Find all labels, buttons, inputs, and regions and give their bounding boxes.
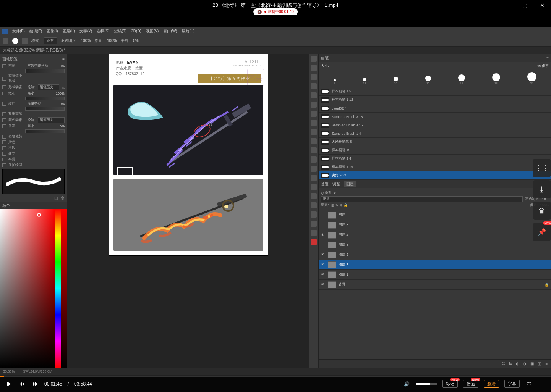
brush-preset-item[interactable]: cloud02 4 — [319, 104, 551, 113]
tool-icon-15[interactable] — [311, 184, 317, 190]
share-button[interactable]: ⋮⋮ — [533, 159, 551, 177]
visibility-icon[interactable]: 👁 — [321, 273, 326, 277]
menu-layer[interactable]: 图层(L) — [63, 29, 75, 34]
layer-item[interactable]: 👁背景🔒 — [319, 280, 551, 290]
visibility-icon[interactable] — [321, 243, 326, 247]
maximize-button[interactable]: ▢ — [516, 0, 533, 11]
visibility-icon[interactable]: 👁 — [321, 233, 326, 237]
quality-button[interactable]: 超清 — [484, 380, 499, 388]
brush-setting-row[interactable]: 建立 — [2, 151, 65, 156]
layer-search[interactable]: Q 类型 — [321, 190, 332, 195]
menu-text[interactable]: 文字(Y) — [79, 29, 92, 34]
minimize-button[interactable]: — — [498, 0, 516, 11]
brush-preset-item[interactable]: 尖角 90 2 — [319, 171, 551, 180]
brush-setting-row[interactable]: 画笔笔尖形状 — [2, 74, 65, 84]
brush-setting-row[interactable]: 纹理流量抖动0% — [2, 101, 65, 106]
layer-item[interactable]: 👁图层 4 — [319, 230, 551, 240]
visibility-icon[interactable] — [321, 213, 326, 218]
color-field[interactable] — [0, 209, 55, 368]
menu-window[interactable]: 窗口(W) — [163, 29, 177, 34]
smooth-value[interactable]: 0% — [133, 39, 138, 43]
brush-delete-icon[interactable]: 🗑 — [61, 196, 65, 200]
layer-item[interactable]: 图层 5 — [319, 240, 551, 250]
fx-icon[interactable]: fx — [509, 361, 512, 366]
brush-setting-row[interactable]: 保护纹理 — [2, 163, 65, 168]
brush-size-dot[interactable]: 8 — [334, 79, 336, 85]
menu-help[interactable]: 帮助(H) — [182, 29, 194, 34]
progress-bar[interactable] — [0, 376, 551, 377]
tool-icon-4[interactable] — [311, 83, 317, 89]
opacity-value[interactable]: 100% — [81, 39, 91, 43]
pip-button[interactable]: ⬚ — [525, 380, 533, 388]
delete-button[interactable]: 🗑 — [533, 202, 551, 220]
brush-size-dot[interactable]: 20 — [425, 76, 431, 85]
menu-filter[interactable]: 滤镜(T) — [114, 29, 127, 34]
tool-icon-10[interactable] — [311, 138, 317, 144]
menu-file[interactable]: 文件(F) — [12, 29, 25, 34]
brush-setting-row[interactable]: 双重画笔 — [2, 111, 65, 116]
brush-size-dot[interactable]: 28 — [492, 73, 500, 85]
tab-channels[interactable]: 通道 — [321, 181, 329, 187]
brush-preset-icon[interactable] — [22, 38, 28, 44]
new-layer-icon[interactable]: ◫ — [538, 361, 541, 366]
tool-icon-18[interactable] — [311, 211, 317, 218]
layer-item[interactable]: 图层 6 — [319, 210, 551, 220]
visibility-icon[interactable]: 👁 — [321, 263, 326, 267]
tool-icon-5[interactable] — [311, 92, 317, 98]
value-slider[interactable] — [61, 209, 67, 368]
next-button[interactable] — [31, 380, 39, 388]
visibility-icon[interactable] — [321, 223, 326, 227]
brush-setting-row[interactable]: 形状动态控制:钢笔压力⚠ — [2, 84, 65, 90]
tool-icon-1[interactable] — [311, 56, 317, 62]
brush-preset-item[interactable]: 样本画笔 2 4 — [319, 155, 551, 163]
tool-icon-2[interactable] — [311, 65, 317, 71]
group-icon[interactable]: ▣ — [530, 361, 534, 366]
pin-button[interactable]: 📌NEW — [533, 223, 551, 241]
brush-preset-item[interactable]: Sampled Brush 1 4 — [319, 129, 551, 138]
speed-button[interactable]: 倍速NEW — [463, 380, 478, 388]
tool-icon-3[interactable] — [311, 74, 317, 80]
brush-preset-item[interactable]: 大米样笔笔 8 — [319, 138, 551, 146]
size-value[interactable]: 46 像素 — [537, 63, 549, 68]
tool-icon-8[interactable] — [311, 120, 317, 126]
brush-new-icon[interactable]: ◫ — [54, 196, 58, 200]
tool-icon-16[interactable] — [311, 193, 317, 199]
volume-button[interactable]: 🔊 — [403, 380, 410, 388]
tool-icon-7[interactable] — [311, 111, 317, 117]
brush-size-dot[interactable]: 16 — [394, 77, 398, 85]
tab-layers[interactable]: 图层 — [344, 181, 356, 187]
tool-icon-17[interactable] — [311, 202, 317, 208]
brush-preset-item[interactable]: 样本画笔 1 12 — [319, 96, 551, 104]
brush-setting-row[interactable]: 散布最小100% — [2, 91, 65, 96]
subtitle-button[interactable]: 字幕 — [504, 380, 520, 388]
visibility-icon[interactable]: 👁 — [321, 253, 326, 257]
tool-icon-14[interactable] — [311, 175, 317, 181]
tool-icon[interactable] — [3, 38, 8, 44]
brush-preset-item[interactable]: 样本画笔 1 5 — [319, 87, 551, 96]
brush-preview-dot[interactable] — [12, 38, 18, 44]
tool-icon-9[interactable] — [311, 129, 317, 135]
menu-image[interactable]: 图像(I) — [47, 29, 58, 34]
tool-icon-19[interactable] — [311, 221, 317, 227]
brush-size-dot[interactable]: 12 — [363, 78, 366, 85]
download-button[interactable]: ⭳ — [533, 180, 551, 198]
panel-menu-icon[interactable]: ≡ — [62, 57, 65, 61]
brush-preset-item[interactable]: 样本画笔 15 — [319, 146, 551, 155]
tool-icon-11[interactable] — [311, 147, 317, 153]
link-layers-icon[interactable]: ⛓ — [501, 361, 505, 366]
menu-3d[interactable]: 3D(D) — [131, 29, 141, 33]
bookmark-button[interactable]: 标记NEW — [442, 380, 458, 388]
fill-adj-icon[interactable]: ◑ — [523, 361, 527, 366]
mask-icon[interactable]: ◐ — [516, 361, 519, 366]
brush-setting-row[interactable]: 画笔不透明度抖动0% — [2, 63, 65, 68]
canvas-area[interactable]: 昵称 EVAN 作业难度 难度一 QQ 457832119 ALIGHT WOR… — [67, 54, 309, 368]
menu-select[interactable]: 选择(S) — [97, 29, 109, 34]
close-button[interactable]: ✕ — [533, 0, 551, 11]
layer-item[interactable]: 👁图层 1 — [319, 270, 551, 280]
visibility-icon[interactable]: 👁 — [321, 282, 326, 287]
fg-color-swatch[interactable] — [311, 239, 317, 245]
brush-setting-row[interactable]: 平滑 — [2, 157, 65, 162]
fullscreen-button[interactable]: ⛶ — [538, 380, 546, 388]
mode-select[interactable]: 正常 — [44, 37, 57, 44]
brush-setting-row[interactable]: 画笔笔势 — [2, 134, 65, 139]
